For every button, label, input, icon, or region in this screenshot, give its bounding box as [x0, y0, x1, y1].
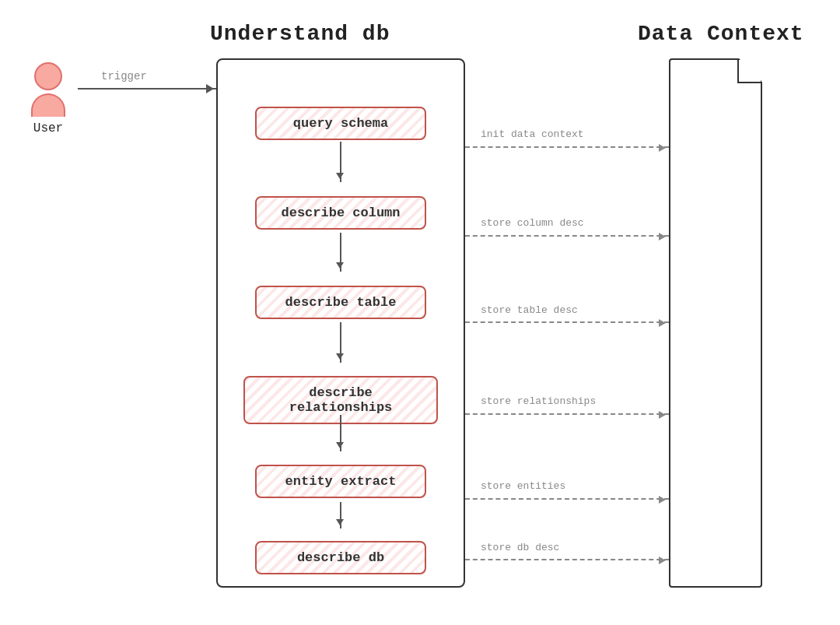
arrow-store-column-desc [465, 235, 669, 237]
trigger-arrow [78, 88, 218, 90]
connector-2 [340, 233, 341, 272]
user-label: User [33, 121, 63, 135]
understand-db-box: query schema describe column describe ta… [216, 58, 465, 588]
query-schema-box: query schema [255, 107, 426, 140]
arrow-store-db-desc [465, 559, 669, 560]
describe-table-box: describe table [255, 286, 426, 319]
describe-column-box: describe column [255, 196, 426, 230]
describe-db-box: describe db [255, 541, 426, 574]
label-init-data-context: init data context [481, 128, 584, 140]
label-store-entities: store entities [481, 480, 565, 492]
diagram-container: Understand db Data Context User trigger … [0, 0, 840, 625]
label-store-column-desc: store column desc [481, 217, 584, 229]
arrow-store-relationships [465, 413, 669, 415]
user-head-icon [34, 62, 62, 90]
arrow-init-data-context [465, 146, 669, 148]
label-store-db-desc: store db desc [481, 542, 559, 553]
connector-4 [340, 415, 341, 451]
label-store-relationships: store relationships [481, 395, 596, 407]
data-context-box [669, 58, 762, 588]
arrow-store-table-desc [465, 321, 669, 323]
connector-3 [340, 322, 341, 363]
trigger-label: trigger [101, 70, 147, 83]
label-store-table-desc: store table desc [481, 304, 578, 316]
user-figure: User [31, 62, 65, 135]
user-body-icon [31, 93, 65, 117]
title-datacontext: Data Context [638, 22, 804, 46]
connector-1 [340, 142, 341, 182]
title-understand: Understand db [210, 22, 390, 46]
arrow-store-entities [465, 498, 669, 500]
entity-extract-box: entity extract [255, 465, 426, 498]
connector-5 [340, 502, 341, 528]
